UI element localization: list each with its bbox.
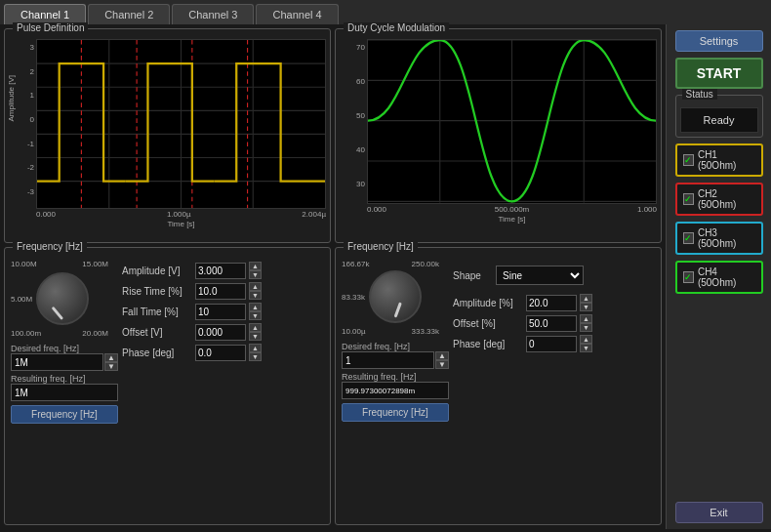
freq-right-panel: Frequency [Hz] 166.67k 250.00k 83.33k: [335, 247, 662, 525]
rphase-up[interactable]: ▲: [580, 335, 592, 344]
shape-row: Shape Sine Square Triangle Sawtooth: [453, 266, 655, 285]
main-area: Pulse Definition 3 2 1 0 -1 -2 -3 Amplit…: [0, 24, 771, 529]
ch3-button[interactable]: ✓ CH3 (50Ohm): [675, 222, 763, 255]
pulse-ylabel: Amplitude [V]: [7, 75, 16, 122]
rphase-input[interactable]: [526, 336, 577, 352]
freq-left-button[interactable]: Frequency [Hz]: [11, 405, 118, 424]
freq-left-params: Amplitude [V] ▲ ▼ Rise Time [%] ▲: [122, 260, 324, 518]
phase-row: Phase [deg] ▲ ▼: [122, 344, 324, 361]
duty-yaxis: 70 60 50 40 30: [340, 39, 367, 210]
ramplitude-up[interactable]: ▲: [580, 294, 592, 303]
ch2-checkbox[interactable]: ✓: [683, 193, 694, 205]
knob-top-right-label: 15.00M: [82, 260, 108, 268]
rise-time-label: Rise Time [%]: [122, 286, 192, 297]
rdesired-freq-up[interactable]: ▲: [435, 351, 449, 360]
freq-right-inner: 166.67k 250.00k 83.33k 10.00µ 333.33k: [342, 260, 655, 518]
fall-time-down[interactable]: ▼: [249, 311, 262, 320]
duty-chart-wrapper: 70 60 50 40 30: [340, 39, 657, 210]
rphase-label: Phase [deg]: [453, 339, 523, 349]
right-sidebar: Settings START Status Ready ✓ CH1 (50Ohm…: [666, 24, 771, 529]
roffset-spin: ▲ ▼: [580, 314, 592, 332]
roffset-up[interactable]: ▲: [580, 314, 592, 323]
ramplitude-down[interactable]: ▼: [580, 303, 592, 311]
rresulting-freq-input[interactable]: [342, 382, 449, 399]
shape-label: Shape: [453, 270, 492, 281]
freq-left-knob[interactable]: [36, 272, 89, 325]
amplitude-input[interactable]: [195, 263, 246, 279]
settings-button[interactable]: Settings: [675, 30, 763, 52]
ch1-checkbox[interactable]: ✓: [683, 154, 694, 166]
fall-time-row: Fall Time [%] ▲ ▼: [122, 303, 324, 320]
fall-time-label: Fall Time [%]: [122, 307, 192, 317]
start-button[interactable]: START: [675, 58, 763, 89]
knob-left-label: 5.00M: [11, 295, 32, 304]
phase-up[interactable]: ▲: [249, 344, 262, 352]
pulse-definition-panel: Pulse Definition 3 2 1 0 -1 -2 -3 Amplit…: [4, 28, 331, 243]
offset-up[interactable]: ▲: [249, 323, 262, 332]
ch3-checkbox[interactable]: ✓: [683, 232, 694, 244]
controls-row: Frequency [Hz] 10.00M 15.00M 5.00M: [4, 247, 662, 525]
phase-input[interactable]: [195, 345, 246, 361]
charts-row: Pulse Definition 3 2 1 0 -1 -2 -3 Amplit…: [4, 28, 662, 243]
rise-time-down[interactable]: ▼: [249, 291, 262, 300]
resulting-freq-input[interactable]: [11, 384, 118, 401]
tabs-bar: Channel 1 Channel 2 Channel 3 Channel 4: [0, 0, 771, 24]
duty-chart-svg: [367, 39, 657, 204]
shape-select[interactable]: Sine Square Triangle Sawtooth: [496, 266, 584, 285]
rdesired-freq-down[interactable]: ▼: [435, 360, 449, 369]
desired-freq-up[interactable]: ▲: [104, 353, 118, 362]
ch2-label: CH2 (50Ohm): [698, 188, 755, 210]
rise-time-input[interactable]: [195, 283, 246, 300]
rdesired-freq-input[interactable]: [342, 351, 434, 369]
desired-freq-spin: ▲ ▼: [104, 353, 118, 371]
desired-freq-label: Desired freq. [Hz]: [11, 344, 118, 353]
ch2-button[interactable]: ✓ CH2 (50Ohm): [675, 183, 763, 216]
ramplitude-spin: ▲ ▼: [580, 294, 592, 311]
freq-right-knob[interactable]: [369, 270, 422, 323]
rise-time-spin: ▲ ▼: [249, 282, 262, 300]
ch3-label: CH3 (50Ohm): [698, 227, 755, 249]
knob-top-left-label: 10.00M: [11, 260, 37, 268]
roffset-down[interactable]: ▼: [580, 323, 592, 332]
tab-channel2[interactable]: Channel 2: [88, 4, 170, 24]
pulse-definition-chart-wrapper: 3 2 1 0 -1 -2 -3 Amplitude [V]: [9, 39, 326, 210]
rdesired-freq-label: Desired freq. [Hz]: [342, 342, 449, 351]
pulse-yaxis: 3 2 1 0 -1 -2 -3: [9, 39, 36, 210]
freq-right-button[interactable]: Frequency [Hz]: [342, 403, 449, 422]
knob-bottom-left-label: 100.00m: [11, 329, 41, 338]
rdesired-freq-spin: ▲ ▼: [435, 351, 449, 369]
rknob-left-label: 83.33k: [342, 293, 365, 302]
desired-freq-down[interactable]: ▼: [104, 362, 118, 371]
amplitude-row: Amplitude [V] ▲ ▼: [122, 262, 324, 279]
tab-channel3[interactable]: Channel 3: [172, 4, 254, 24]
ramplitude-input[interactable]: [526, 295, 577, 311]
pulse-xlabel: Time [s]: [36, 220, 326, 228]
fall-time-up[interactable]: ▲: [249, 303, 262, 311]
ramplitude-row: Amplitude [%] ▲ ▼: [453, 294, 655, 311]
freq-left-knob-area: 10.00M 15.00M 5.00M 100.00m 20.00M: [11, 260, 118, 518]
rise-time-up[interactable]: ▲: [249, 282, 262, 291]
pulse-definition-title: Pulse Definition: [13, 22, 88, 33]
offset-input[interactable]: [195, 324, 246, 341]
exit-button[interactable]: Exit: [675, 502, 763, 523]
duty-chart-main: 0.000 500.000m 1.000 Time [s]: [367, 39, 657, 210]
ch4-button[interactable]: ✓ CH4 (50Ohm): [675, 261, 763, 294]
amplitude-down[interactable]: ▼: [249, 270, 262, 279]
rphase-down[interactable]: ▼: [580, 344, 592, 352]
freq-right-params: Shape Sine Square Triangle Sawtooth Ampl…: [453, 260, 655, 518]
ch1-button[interactable]: ✓ CH1 (50Ohm): [675, 143, 763, 177]
duty-xlabel: Time [s]: [367, 215, 657, 224]
offset-row: Offset [V] ▲ ▼: [122, 323, 324, 341]
fall-time-input[interactable]: [195, 304, 246, 320]
offset-down[interactable]: ▼: [249, 332, 262, 341]
tab-channel1[interactable]: Channel 1: [4, 4, 86, 24]
desired-freq-input[interactable]: [11, 353, 103, 371]
freq-left-panel: Frequency [Hz] 10.00M 15.00M 5.00M: [4, 247, 331, 525]
tab-channel4[interactable]: Channel 4: [256, 4, 338, 24]
ch4-checkbox[interactable]: ✓: [683, 271, 694, 283]
freq-left-inner: 10.00M 15.00M 5.00M 100.00m 20.00M: [11, 260, 324, 518]
roffset-input[interactable]: [526, 315, 577, 332]
amplitude-up[interactable]: ▲: [249, 262, 262, 270]
phase-down[interactable]: ▼: [249, 352, 262, 361]
ch1-label: CH1 (50Ohm): [698, 149, 755, 171]
